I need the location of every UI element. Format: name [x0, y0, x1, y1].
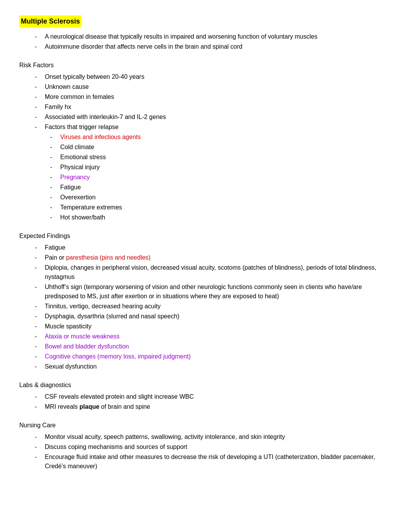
nc-text-0: Monitor visual acuity, speech patterns, … — [45, 432, 391, 442]
labs-diagnostics-title: Labs & diagnostics — [19, 381, 391, 390]
ef-item-5: - Dysphagia, dysarthria (slurred and nas… — [19, 312, 391, 321]
risk-text-4: Associated with interleukin-7 and IL-2 g… — [45, 112, 391, 122]
expected-findings-title: Expected Findings — [19, 231, 391, 241]
trigger-text-0: Viruses and infectious agents — [60, 133, 391, 142]
intro-text-1: A neurological disease that typically re… — [45, 32, 317, 41]
risk-factors-list: - Onset typically between 20-40 years - … — [19, 72, 391, 132]
ef-item-3: - Uhthoff’s sign (temporary worsening of… — [19, 282, 391, 301]
risk-text-3: Family hx — [45, 102, 391, 112]
trigger-text-8: Hot shower/bath — [60, 213, 391, 222]
ef-item-2: - Diplopia, changes in peripheral vision… — [19, 263, 391, 282]
nc-item-0: - Monitor visual acuity, speech patterns… — [19, 432, 391, 442]
ef-text-3: Uhthoff’s sign (temporary worsening of v… — [45, 282, 391, 301]
nursing-care-title: Nursing Care — [19, 421, 391, 430]
ef-text-8: Bowel and bladder dysfunction — [45, 342, 391, 351]
risk-text-2: More common in females — [45, 92, 391, 102]
risk-item-0: - Onset typically between 20-40 years — [19, 72, 391, 82]
ef-text-6: Muscle spasticity — [45, 322, 391, 331]
ef-item-8: - Bowel and bladder dysfunction — [19, 342, 391, 351]
ef-text-5: Dysphagia, dysarthria (slurred and nasal… — [45, 312, 391, 321]
trigger-item-3: - Physical injury — [19, 163, 391, 172]
trigger-text-6: Overexertion — [60, 193, 391, 202]
trigger-item-7: - Temperature extremes — [19, 203, 391, 212]
risk-item-2: - More common in females — [19, 92, 391, 102]
trigger-text-2: Emotional stress — [60, 153, 391, 162]
risk-item-1: - Unknown cause — [19, 82, 391, 92]
ef-item-9: - Cognitive changes (memory loss, impair… — [19, 352, 391, 361]
risk-text-0: Onset typically between 20-40 years — [45, 72, 391, 82]
intro-item-1: - A neurological disease that typically … — [19, 32, 391, 41]
trigger-text-3: Physical injury — [60, 163, 391, 172]
ef-item-1: - Pain or paresthesia (pins and needles) — [19, 253, 391, 262]
trigger-item-5: - Fatigue — [19, 183, 391, 192]
trigger-item-6: - Overexertion — [19, 193, 391, 202]
dash: - — [35, 42, 42, 51]
ef-item-7: - Ataxia or muscle weakness — [19, 332, 391, 341]
trigger-item-1: - Cold climate — [19, 143, 391, 152]
nc-item-2: - Encourage fluid intake and other measu… — [19, 452, 391, 471]
trigger-text-5: Fatigue — [60, 183, 391, 192]
trigger-item-0: - Viruses and infectious agents — [19, 133, 391, 142]
trigger-item-8: - Hot shower/bath — [19, 213, 391, 222]
ef-text-2: Diplopia, changes in peripheral vision, … — [45, 263, 391, 282]
expected-findings-list: - Fatigue - Pain or paresthesia (pins an… — [19, 243, 391, 371]
ef-text-9: Cognitive changes (memory loss, impaired… — [45, 352, 391, 361]
ef-item-0: - Fatigue — [19, 243, 391, 252]
trigger-text-4: Pregnancy — [60, 173, 391, 182]
ef-paresthesia: paresthesia (pins and needles) — [66, 254, 151, 261]
ef-text-1: Pain or paresthesia (pins and needles) — [45, 253, 391, 262]
labs-item-0: - CSF reveals elevated protein and sligh… — [19, 392, 391, 401]
risk-item-3: - Family hx — [19, 102, 391, 112]
labs-list: - CSF reveals elevated protein and sligh… — [19, 392, 391, 411]
labs-text-1: MRI reveals plaque of brain and spine — [45, 402, 391, 411]
ef-text-7: Ataxia or muscle weakness — [45, 332, 391, 341]
trigger-item-4: - Pregnancy — [19, 173, 391, 182]
nc-text-1: Discuss coping mechanisms and sources of… — [45, 442, 391, 452]
risk-text-5: Factors that trigger relapse — [45, 122, 391, 132]
nc-text-2: Encourage fluid intake and other measure… — [45, 452, 391, 471]
labs-item-1: - MRI reveals plaque of brain and spine — [19, 402, 391, 411]
dash: - — [35, 32, 42, 41]
intro-text-2: Autoimmune disorder that affects nerve c… — [45, 42, 242, 51]
risk-item-5: - Factors that trigger relapse — [19, 122, 391, 132]
labs-bold: plaque — [80, 403, 100, 410]
ef-text-10: Sexual dysfunction — [45, 362, 391, 371]
intro-list: - A neurological disease that typically … — [19, 32, 391, 51]
ef-item-6: - Muscle spasticity — [19, 322, 391, 331]
nursing-care-list: - Monitor visual acuity, speech patterns… — [19, 432, 391, 471]
ef-text-0: Fatigue — [45, 243, 391, 252]
nc-item-1: - Discuss coping mechanisms and sources … — [19, 442, 391, 452]
risk-text-1: Unknown cause — [45, 82, 391, 92]
page-title: Multiple Sclerosis — [19, 15, 81, 27]
trigger-item-2: - Emotional stress — [19, 153, 391, 162]
trigger-text-1: Cold climate — [60, 143, 391, 152]
ef-item-10: - Sexual dysfunction — [19, 362, 391, 371]
intro-item-2: - Autoimmune disorder that affects nerve… — [19, 42, 391, 51]
risk-item-4: - Associated with interleukin-7 and IL-2… — [19, 112, 391, 122]
ef-item-4: - Tinnitus, vertigo, decreased hearing a… — [19, 302, 391, 311]
trigger-list: - Viruses and infectious agents - Cold c… — [19, 133, 391, 222]
trigger-text-7: Temperature extremes — [60, 203, 391, 212]
labs-text-0: CSF reveals elevated protein and slight … — [45, 392, 391, 401]
risk-factors-title: Risk Factors — [19, 61, 391, 70]
ef-text-4: Tinnitus, vertigo, decreased hearing acu… — [45, 302, 391, 311]
